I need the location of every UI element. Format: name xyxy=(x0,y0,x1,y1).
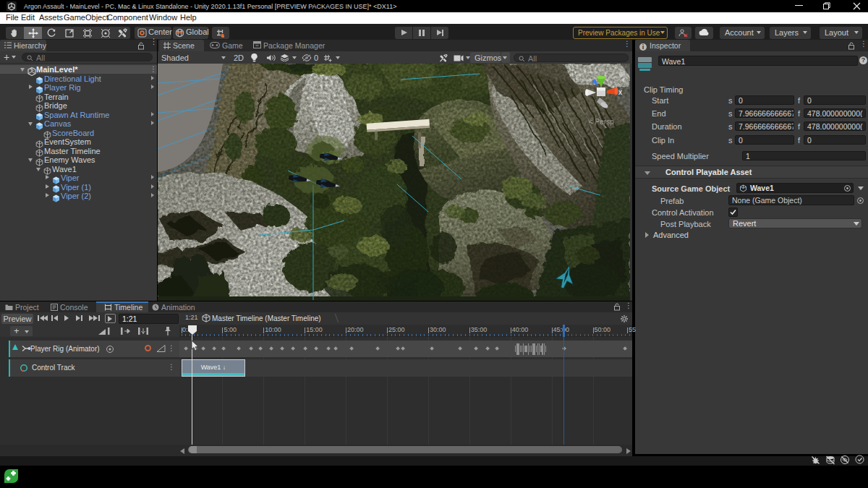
svg-text:< Persp: < Persp xyxy=(589,118,614,126)
svg-text:x: x xyxy=(618,88,622,96)
